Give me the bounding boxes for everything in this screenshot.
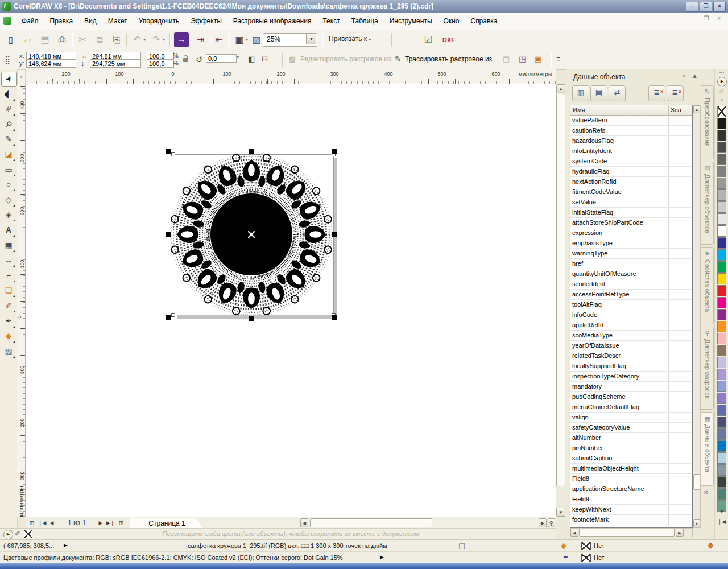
color-swatch[interactable] (717, 488, 726, 500)
last-page-icon[interactable]: ▶❘ (106, 518, 114, 527)
object-data-row[interactable]: quantityUnitOfMeasure (570, 269, 692, 279)
menu-item-9[interactable]: Инструменты (384, 15, 438, 27)
rotation-angle-field[interactable] (206, 54, 237, 63)
field-value[interactable] (668, 146, 693, 156)
color-swatch[interactable] (717, 189, 726, 201)
object-data-row[interactable]: relatedTaskDescr (570, 351, 692, 361)
open-icon[interactable]: ▱ (20, 32, 35, 47)
field-value[interactable] (668, 453, 693, 463)
add-page-end-icon[interactable]: ⊞ (117, 518, 126, 527)
object-data-row[interactable]: menuChoiceDefaultFlaq (570, 402, 692, 413)
field-value[interactable] (668, 208, 693, 217)
scroll-up-icon[interactable]: ▲ (556, 84, 565, 93)
shape-tool[interactable]: ◣ (1, 87, 16, 101)
object-data-row[interactable]: expression (570, 228, 692, 238)
copy-fields-icon[interactable]: ⇄ (609, 85, 626, 101)
ellipse-tool[interactable]: ○ (1, 178, 16, 192)
docker-tab-1[interactable]: ▤Диспетчер объектов (701, 162, 714, 245)
doc-restore-button[interactable]: ❐ (702, 15, 711, 22)
object-data-row[interactable]: systemCode (570, 156, 692, 167)
color-swatch[interactable] (717, 357, 726, 368)
field-value[interactable] (668, 177, 693, 187)
frame-icon[interactable]: ▣ (535, 55, 541, 63)
object-data-row[interactable]: nextActionRefId (570, 177, 692, 187)
object-data-row[interactable]: inspectionTypeCateqory (570, 372, 692, 382)
field-value[interactable] (668, 187, 693, 197)
color-swatch[interactable] (717, 178, 726, 189)
field-value[interactable] (668, 259, 693, 269)
object-data-row[interactable]: accessPointRefType (570, 290, 692, 300)
text-tool[interactable]: A (1, 223, 16, 237)
color-swatch[interactable] (717, 393, 726, 404)
selection-handle[interactable] (332, 232, 337, 237)
launcher-dropdown-icon[interactable]: ▾ (246, 37, 248, 42)
print-icon[interactable]: ⎙ (55, 32, 69, 47)
object-height-field[interactable] (90, 59, 141, 68)
options-icon[interactable]: ☑ (421, 32, 436, 47)
table-scroll-left-icon[interactable]: ◀ (570, 529, 578, 537)
copy-icon[interactable]: ⧉ (92, 32, 107, 47)
redo-dropdown-icon[interactable]: ▾ (163, 37, 165, 42)
wrap-text-icon[interactable]: ▤ (503, 55, 510, 63)
object-data-row[interactable]: scoMediaType (570, 331, 692, 341)
menu-item-3[interactable]: Макет (102, 15, 133, 27)
powerclip-icon[interactable]: ◳ (519, 55, 526, 63)
field-value[interactable] (668, 433, 693, 443)
color-swatch[interactable] (717, 309, 726, 320)
profiles-flyout-icon[interactable]: ▶ (380, 554, 384, 560)
next-page-icon[interactable]: ▶ (97, 518, 104, 527)
prev-page-icon[interactable]: ◀ (48, 518, 55, 527)
object-data-row[interactable]: safetyCateqoryValue (570, 423, 692, 433)
color-swatch[interactable] (717, 285, 726, 296)
menu-item-10[interactable]: Окно (438, 15, 465, 27)
delete-all-fields-icon[interactable]: ≣✕ (667, 85, 684, 101)
color-swatch[interactable] (717, 213, 726, 225)
mirror-vertical-icon[interactable]: ⊟ (262, 55, 268, 63)
restore-button[interactable]: ❐ (700, 2, 712, 12)
field-value[interactable] (668, 228, 693, 238)
color-swatch[interactable] (717, 405, 726, 416)
field-value[interactable] (668, 156, 693, 166)
table-scroll-up-icon[interactable]: ▲ (693, 105, 700, 113)
object-data-row[interactable]: yearOfDataIssue (570, 341, 692, 351)
menu-item-5[interactable]: Эффекты (185, 15, 228, 27)
object-data-row[interactable]: hydraulicFlaq (570, 167, 692, 177)
color-swatch[interactable] (717, 381, 726, 392)
selection-handle[interactable] (166, 149, 171, 154)
color-swatch[interactable] (717, 273, 726, 284)
object-data-row[interactable]: pmNumber (570, 443, 692, 453)
interactive-fill-tool[interactable]: ▨ (1, 344, 16, 358)
ruler-origin-icon[interactable]: ⌖ (17, 69, 26, 84)
zoom-tool[interactable]: ⚲ (1, 117, 16, 131)
field-editor-icon[interactable]: ▥ (572, 85, 589, 101)
selection-handle[interactable] (249, 316, 254, 321)
docker-tab-3[interactable]: ⚲Диспетчер макросов (701, 327, 714, 410)
page-tab[interactable]: Страница 1 (130, 518, 204, 529)
color-swatch[interactable] (717, 225, 726, 237)
datasheet-icon[interactable]: ▤ (590, 85, 607, 101)
color-swatch[interactable] (717, 452, 726, 464)
color-swatch[interactable] (717, 261, 726, 273)
undo-icon[interactable]: ↶ (130, 32, 144, 47)
field-value[interactable] (668, 351, 693, 361)
object-data-row[interactable]: pubCodinqScheme (570, 392, 692, 402)
doc-close-button[interactable]: × (714, 15, 723, 22)
docker-table-hscrollbar[interactable]: ◀ ▶ (570, 528, 693, 537)
field-value[interactable] (668, 505, 693, 514)
object-data-row[interactable]: fitmentCodeValue (570, 187, 692, 197)
object-data-row[interactable]: mandatory (570, 382, 692, 392)
field-value[interactable] (668, 392, 693, 402)
field-value[interactable] (668, 320, 693, 330)
field-value[interactable] (668, 413, 693, 422)
object-data-row[interactable]: infoCode (570, 310, 692, 320)
color-swatch[interactable] (717, 417, 726, 428)
pick-tool[interactable]: ➤ (1, 72, 17, 87)
color-swatch[interactable] (717, 249, 726, 261)
title-bar[interactable]: CorelDRAW X6 - [D:\Documents and Setting… (0, 0, 728, 13)
smart-fill-tool[interactable]: ◪ (1, 147, 16, 162)
object-data-row[interactable]: altNumber (570, 433, 692, 443)
object-data-row[interactable]: locallySuppliedFlaq (570, 361, 692, 372)
add-page-start-icon[interactable]: ⊞ (27, 518, 36, 527)
freehand-tool[interactable]: ✎ (1, 132, 16, 146)
rectangle-tool[interactable]: ▭ (1, 163, 16, 177)
